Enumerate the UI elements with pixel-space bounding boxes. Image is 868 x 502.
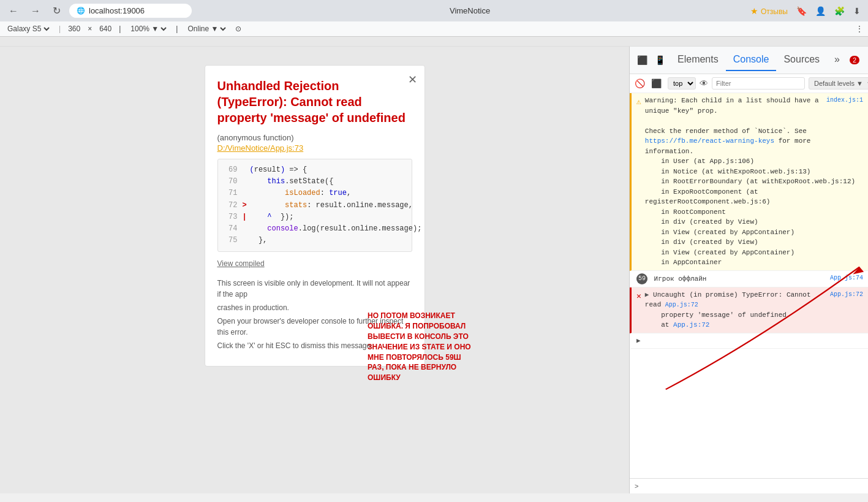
console-level-select[interactable]: Default levels ▼ <box>809 77 868 89</box>
devtools-actions: 2 ⋮ <box>850 53 868 67</box>
console-warning-message: ⚠ index.js:1 Warning: Each child in a li… <box>630 93 868 271</box>
refresh-button[interactable]: ↻ <box>49 4 64 18</box>
devtools-inspect-button[interactable]: ⬛ <box>635 53 650 67</box>
address-bar[interactable]: 🌐 localhost:19006 <box>69 4 192 18</box>
error-file-link[interactable]: D:/VimeNotice/App.js:73 <box>217 143 412 153</box>
devtools-right-icons: ⋮ <box>856 25 863 33</box>
error-icon: ✕ <box>636 291 641 303</box>
tab-more[interactable]: » <box>827 49 847 71</box>
offline-message-content: App.js:74 59 Игрок оффлайн <box>636 273 863 284</box>
back-button[interactable]: ← <box>5 4 22 18</box>
console-eye-button[interactable]: 👁 <box>700 78 708 88</box>
error-function-label: (anonymous function) <box>217 133 412 142</box>
address-text: localhost:19006 <box>89 6 145 15</box>
tab-elements[interactable]: Elements <box>670 49 726 71</box>
code-line-73: 73 | ^ }); <box>223 211 407 223</box>
repeat-count: 59 <box>636 273 647 284</box>
forward-button[interactable]: → <box>27 4 44 18</box>
tab-sources[interactable]: Sources <box>776 49 827 71</box>
error-modal-close-button[interactable]: ✕ <box>408 73 417 86</box>
console-toolbar: 🚫 ⬛ top 👁 Default levels ▼ <box>630 74 868 93</box>
console-messages: ⚠ index.js:1 Warning: Each child in a li… <box>630 93 868 478</box>
reviews-label: Отзывы <box>761 7 788 16</box>
device-toolbar: Galaxy S5 | 360 × 640 | 100% ▼ | Online … <box>0 21 868 37</box>
more-icon[interactable]: ⋮ <box>856 25 863 33</box>
reviews-button[interactable]: ★ Отзывы <box>748 5 790 17</box>
console-expand-row: ▶ <box>630 333 868 349</box>
code-line-70: 70 this.setState({ <box>223 176 407 188</box>
error-modal-title: Unhandled Rejection (TypeError): Cannot … <box>217 78 412 126</box>
browser-actions: ★ Отзывы 🔖 👤 🧩 ⬇ <box>748 5 863 17</box>
devtools-settings-button[interactable]: ⋮ <box>862 53 868 67</box>
console-filter-input[interactable] <box>712 77 805 89</box>
mobile-area: Unhandled Rejection (TypeError): Cannot … <box>0 47 629 493</box>
warning-message-content: index.js:1 Warning: Each child in a list… <box>645 96 863 268</box>
security-icon: 🌐 <box>77 7 85 15</box>
ruler-horizontal <box>0 37 868 46</box>
device-select[interactable]: Galaxy S5 <box>5 24 51 34</box>
profile-button[interactable]: 👤 <box>813 5 828 17</box>
browser-toolbar: ← → ↻ 🌐 localhost:19006 VimeNotice ★ Отз… <box>0 0 868 21</box>
code-line-74: 74 console.log(result.online.message); <box>223 223 407 235</box>
code-line-71: 71 isLoaded: true, <box>223 188 407 199</box>
offline-file-link[interactable]: App.js:74 <box>830 273 863 283</box>
react-warning-link[interactable]: https://fb.me/react-warning-keys <box>645 137 774 145</box>
star-icon: ★ <box>750 6 758 16</box>
error-desc-line1: This screen is visible only in developme… <box>217 278 412 300</box>
offline-text: Игрок оффлайн <box>654 275 707 282</box>
error-message-content: App.js:72 ▶ Uncaught (in promise) TypeEr… <box>645 290 863 330</box>
console-error-message: ✕ App.js:72 ▶ Uncaught (in promise) Type… <box>630 287 868 333</box>
device-width: 360 <box>68 25 80 33</box>
download-button[interactable]: ⬇ <box>851 5 863 17</box>
devtools-tabs-container: Elements Console Sources » <box>670 49 847 71</box>
devtools-panel: ⬛ 📱 Elements Console Sources » 2 ⋮ 🚫 ⬛ t… <box>629 47 868 493</box>
console-clear-button[interactable]: 🚫 <box>635 78 645 88</box>
code-line-69: 69 (result) => { <box>223 164 407 176</box>
ruler-area <box>0 37 868 47</box>
page-wrapper: Unhandled Rejection (TypeError): Cannot … <box>0 47 868 493</box>
annotation-text: НО ПОТОМ ВОЗНИКАЕТ ОШИБКА. Я ПОПРОБОВАЛ … <box>368 311 478 383</box>
console-prompt: > <box>630 478 868 493</box>
code-line-75: 75 }, <box>223 235 407 246</box>
devtools-device-button[interactable]: 📱 <box>652 53 668 67</box>
error-app-link[interactable]: App.js:72 <box>665 302 698 308</box>
console-input[interactable] <box>642 482 863 490</box>
console-toggle-button[interactable]: ⬛ <box>649 76 664 91</box>
devtools-top-bar: ⬛ 📱 Elements Console Sources » 2 ⋮ <box>630 47 868 74</box>
annotation-box: НО ПОТОМ ВОЗНИКАЕТ ОШИБКА. Я ПОПРОБОВАЛ … <box>368 311 478 383</box>
extension-button[interactable]: 🧩 <box>832 5 847 17</box>
console-offline-message: App.js:74 59 Игрок оффлайн <box>630 271 868 287</box>
error-badge: 2 <box>850 56 859 64</box>
error-expand-arrow[interactable]: ▶ <box>645 291 649 299</box>
device-height: 640 <box>99 25 111 33</box>
error-file-link-console[interactable]: App.js:72 <box>830 290 863 299</box>
browser-chrome: ← → ↻ 🌐 localhost:19006 VimeNotice ★ Отз… <box>0 0 868 37</box>
view-compiled-link[interactable]: View compiled <box>217 259 412 268</box>
zoom-select[interactable]: 100% ▼ <box>128 24 168 34</box>
error-code-block: 69 (result) => { 70 this.setState({ 71 i… <box>217 159 412 252</box>
warning-file-link[interactable]: index.js:1 <box>826 96 863 105</box>
error-at-link[interactable]: App.js:72 <box>673 321 709 329</box>
page-title: VimeNotice <box>197 6 743 15</box>
tab-console[interactable]: Console <box>726 49 777 71</box>
bookmark-button[interactable]: 🔖 <box>794 5 809 17</box>
network-select[interactable]: Online ▼ <box>185 24 228 34</box>
warning-icon: ⚠ <box>636 96 641 108</box>
console-context-select[interactable]: top <box>668 77 696 89</box>
rotate-icon[interactable]: ⊙ <box>235 25 241 33</box>
code-line-72: 72 > stats: result.online.message, <box>223 200 407 211</box>
prompt-arrow: > <box>635 482 638 490</box>
expand-arrow[interactable]: ▶ <box>636 336 641 346</box>
